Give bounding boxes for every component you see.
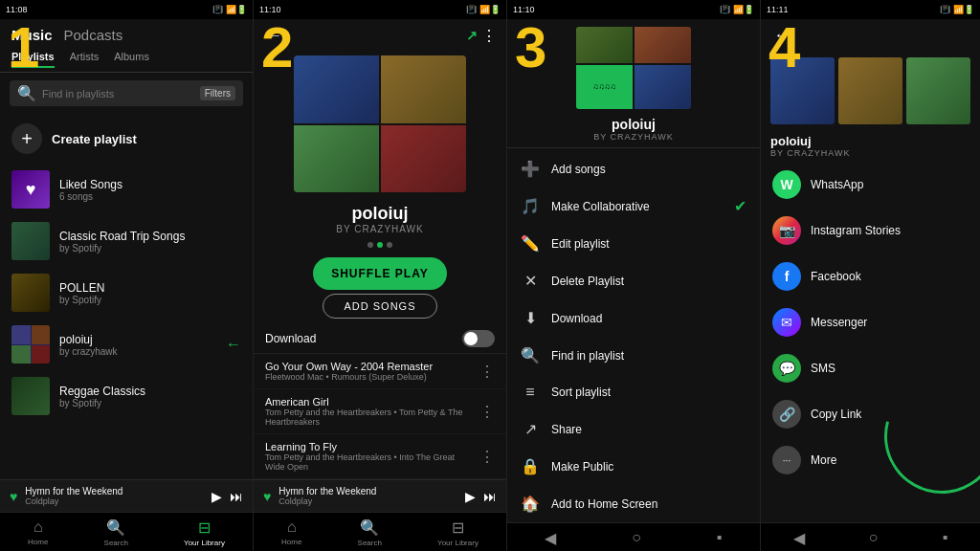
panel3-albumart: ♫♫♫♫ — [576, 27, 691, 109]
share-more[interactable]: ··· More — [761, 437, 980, 483]
playlist-name-road: Classic Road Trip Songs — [59, 230, 185, 243]
menu-download[interactable]: ⬇ Download — [507, 299, 760, 337]
playlist-sub-pollen: by Spotify — [59, 295, 104, 305]
nav-library-2[interactable]: ⊟ Your Library — [437, 518, 479, 547]
share-facebook[interactable]: f Facebook — [761, 253, 980, 299]
share-instagram[interactable]: 📷 Instagram Stories — [761, 208, 980, 253]
time-4: 11:11 — [767, 5, 789, 14]
track-info-3: Learning To Fly Tom Petty and the Heartb… — [265, 441, 472, 472]
track-item-1[interactable]: Go Your Own Way - 2004 Remaster Fleetwoo… — [254, 354, 506, 389]
nav-library-1[interactable]: ⊟ Your Library — [184, 518, 225, 547]
podcasts-tab-label: Podcasts — [64, 27, 123, 43]
list-item-polo[interactable]: poloiuj by crazyhawk ← — [0, 319, 253, 370]
nav-search-2[interactable]: 🔍 Search — [358, 518, 382, 547]
menu-delete-playlist[interactable]: ✕ Delete Playlist — [507, 262, 760, 299]
menu-edit-playlist[interactable]: ✏️ Edit playlist — [507, 225, 760, 262]
playlist-info-road: Classic Road Trip Songs by Spotify — [59, 230, 185, 253]
song-name-2: Hymn for the Weekend — [278, 486, 457, 496]
search-input[interactable] — [42, 88, 194, 99]
create-playlist-row[interactable]: + Create playlist — [0, 114, 253, 164]
menu-make-public[interactable]: 🔒 Make Public — [507, 448, 760, 485]
thumb-pollen — [11, 274, 50, 312]
search-row[interactable]: 🔍 Filters — [10, 80, 243, 106]
add-songs-button[interactable]: ADD SONGS — [323, 294, 437, 319]
nav-search-1[interactable]: 🔍 Search — [104, 518, 128, 547]
nav-home-4[interactable]: ○ — [869, 529, 879, 547]
nav-home-3[interactable]: ○ — [632, 529, 641, 547]
share-copy-link[interactable]: 🔗 Copy Link — [761, 391, 980, 437]
bottom-nav-3: ◀ ○ ▪ — [507, 522, 760, 551]
playlist-by-2: BY CRAZYHAWK — [254, 224, 506, 234]
menu-share[interactable]: ↗ Share — [507, 410, 760, 448]
next-button-2[interactable]: ⏭ — [483, 489, 497, 504]
back-nav-icon-4: ◀ — [793, 529, 805, 547]
menu-sort-playlist[interactable]: ≡ Sort playlist — [507, 374, 760, 410]
play-button-2[interactable]: ▶ — [465, 489, 476, 504]
back-nav-icon-3: ◀ — [545, 529, 556, 547]
filters-button[interactable]: Filters — [200, 86, 235, 100]
share-messenger[interactable]: ✉ Messenger — [761, 299, 980, 345]
shuffle-play-button[interactable]: SHUFFLE PLAY — [313, 257, 447, 290]
dot-1 — [368, 242, 373, 248]
instagram-label: Instagram Stories — [811, 224, 901, 237]
share-shortcut-icon[interactable]: ↗ — [466, 28, 478, 43]
nav-square-4[interactable]: ▪ — [943, 529, 948, 547]
list-item-pollen[interactable]: POLLEN by Spotify — [0, 267, 253, 319]
download-toggle[interactable] — [462, 330, 495, 347]
search-nav-icon-1: 🔍 — [106, 518, 125, 537]
search-nav-icon-2: 🔍 — [360, 518, 379, 537]
track-more-1[interactable]: ⋮ — [479, 363, 495, 381]
list-item-liked[interactable]: Liked Songs 6 songs — [0, 164, 253, 215]
p3-cell-3: ♫♫♫♫ — [576, 65, 633, 110]
nav-square-3[interactable]: ▪ — [717, 529, 723, 547]
list-item-reggae[interactable]: Reggae Classics by Spotify — [0, 370, 253, 422]
status-icons-1: 📳 📶🔋 — [212, 5, 247, 14]
track-more-3[interactable]: ⋮ — [479, 448, 495, 466]
nav-home-2[interactable]: ⌂ Home — [281, 518, 301, 547]
tab-albums[interactable]: Albums — [114, 51, 149, 68]
lock-icon: 🔒 — [521, 457, 540, 475]
track-more-2[interactable]: ⋮ — [479, 403, 495, 421]
panel4-title-area: poloiuj by crazyhawk — [761, 130, 980, 162]
playlist-info-liked: Liked Songs 6 songs — [59, 178, 122, 202]
thumb-reggae — [11, 377, 50, 415]
home-screen-icon: 🏠 — [521, 495, 540, 513]
share-sms[interactable]: 💬 SMS — [761, 345, 980, 391]
play-button-1[interactable]: ▶ — [212, 489, 222, 504]
heart-icon-1[interactable]: ♥ — [10, 489, 17, 504]
tab-artists[interactable]: Artists — [70, 51, 100, 68]
playlist-info-polo: poloiuj by crazyhawk — [59, 333, 118, 357]
track-item-2[interactable]: American Girl Tom Petty and the Heartbre… — [254, 389, 506, 434]
more-button-2[interactable]: ⋮ — [481, 27, 497, 45]
more-share-label: More — [811, 453, 836, 467]
plus-icon: + — [11, 123, 42, 154]
heart-icon-2[interactable]: ♥ — [263, 489, 271, 504]
step-2: 2 — [261, 19, 293, 77]
menu-add-songs[interactable]: ➕ Add songs — [507, 150, 760, 187]
nav-back-3[interactable]: ◀ — [545, 529, 556, 547]
dot-2 — [377, 242, 383, 248]
playlist-sub-liked: 6 songs — [59, 191, 122, 202]
playlist-sub-road: by Spotify — [59, 243, 185, 253]
menu-add-home[interactable]: 🏠 Add to Home Screen — [507, 485, 760, 522]
player-controls-2: ▶ ⏭ — [465, 489, 497, 504]
bottom-nav-2: ⌂ Home 🔍 Search ⊟ Your Library — [254, 512, 506, 551]
home-icon-1: ⌂ — [33, 518, 43, 536]
p3-cell-2 — [635, 27, 691, 63]
edit-label: Edit playlist — [551, 237, 610, 251]
playlist-sub-polo: by crazyhawk — [59, 346, 118, 357]
nav-home-1[interactable]: ⌂ Home — [28, 518, 48, 547]
track-name-2: American Girl — [265, 396, 472, 408]
menu-make-collaborative[interactable]: 🎵 Make Collaborative ✔ — [507, 187, 760, 225]
download-icon: ⬇ — [521, 309, 540, 327]
album-cell-4 — [381, 125, 466, 193]
nav-back-4[interactable]: ◀ — [793, 529, 805, 547]
track-artist-2: Tom Petty and the Heartbreakers • Tom Pe… — [265, 408, 472, 427]
list-item-road[interactable]: Classic Road Trip Songs by Spotify — [0, 215, 253, 267]
next-button-1[interactable]: ⏭ — [230, 489, 243, 504]
track-item-3[interactable]: Learning To Fly Tom Petty and the Heartb… — [254, 434, 506, 479]
library-icon-1: ⊟ — [198, 518, 211, 537]
menu-find-in-playlist[interactable]: 🔍 Find in playlist — [507, 337, 760, 374]
home-label-1: Home — [28, 538, 48, 546]
share-whatsapp[interactable]: W WhatsApp — [761, 162, 980, 208]
